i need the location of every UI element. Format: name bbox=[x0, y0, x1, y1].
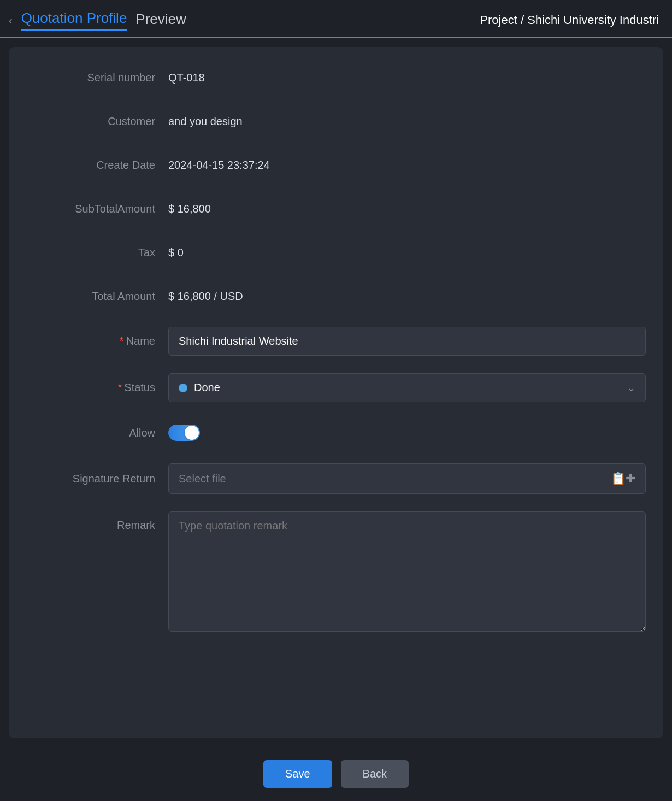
select-file-placeholder: Select file bbox=[179, 473, 226, 485]
allow-label: Allow bbox=[26, 427, 168, 439]
create-date-label: Create Date bbox=[26, 159, 168, 172]
serial-number-row: Serial number QT-018 bbox=[26, 64, 646, 91]
remark-row: Remark bbox=[26, 511, 646, 632]
tax-label: Tax bbox=[26, 246, 168, 259]
serial-number-label: Serial number bbox=[26, 72, 168, 84]
serial-number-value: QT-018 bbox=[168, 72, 205, 84]
name-required-star: * bbox=[120, 335, 124, 347]
back-button-footer[interactable]: Back bbox=[341, 760, 409, 788]
allow-toggle-wrapper bbox=[168, 425, 200, 441]
subtotal-row: SubTotalAmount $ 16,800 bbox=[26, 196, 646, 222]
header-left: ‹ Quotation Profile Preview bbox=[9, 10, 186, 31]
create-date-value: 2024-04-15 23:37:24 bbox=[168, 159, 270, 172]
breadcrumb: Project / Shichi University Industri bbox=[480, 13, 659, 27]
customer-value: and you design bbox=[168, 115, 243, 128]
status-dot-icon bbox=[179, 384, 187, 392]
allow-row: Allow bbox=[26, 420, 646, 446]
tab-quotation-profile[interactable]: Quotation Profile bbox=[21, 10, 127, 31]
total-amount-value: $ 16,800 / USD bbox=[168, 290, 243, 303]
total-amount-label: Total Amount bbox=[26, 290, 168, 303]
signature-return-input-wrapper: Select file 📋✚ bbox=[168, 463, 646, 494]
status-row: *Status Done ⌄ bbox=[26, 373, 646, 402]
tax-value: $ 0 bbox=[168, 246, 184, 259]
create-date-row: Create Date 2024-04-15 23:37:24 bbox=[26, 152, 646, 178]
status-label: *Status bbox=[26, 381, 168, 394]
tax-row: Tax $ 0 bbox=[26, 239, 646, 266]
toggle-knob bbox=[185, 426, 199, 440]
status-required-star: * bbox=[118, 381, 122, 393]
tab-preview[interactable]: Preview bbox=[135, 11, 186, 30]
name-input[interactable] bbox=[168, 327, 646, 356]
customer-row: Customer and you design bbox=[26, 108, 646, 134]
chevron-down-icon: ⌄ bbox=[627, 382, 635, 394]
status-select[interactable]: Done ⌄ bbox=[168, 373, 646, 402]
name-label: *Name bbox=[26, 335, 168, 348]
allow-toggle[interactable] bbox=[168, 425, 200, 441]
subtotal-label: SubTotalAmount bbox=[26, 203, 168, 215]
signature-return-row: Signature Return Select file 📋✚ bbox=[26, 463, 646, 494]
subtotal-value: $ 16,800 bbox=[168, 203, 211, 215]
save-button[interactable]: Save bbox=[263, 760, 332, 788]
signature-return-input[interactable]: Select file 📋✚ bbox=[168, 463, 646, 494]
remark-textarea[interactable] bbox=[168, 511, 646, 632]
back-button[interactable]: ‹ bbox=[9, 15, 13, 26]
total-amount-row: Total Amount $ 16,800 / USD bbox=[26, 283, 646, 309]
footer: Save Back bbox=[0, 747, 672, 801]
status-value: Done bbox=[194, 381, 220, 394]
customer-label: Customer bbox=[26, 115, 168, 128]
status-select-left: Done bbox=[179, 381, 220, 394]
header: ‹ Quotation Profile Preview Project / Sh… bbox=[0, 0, 672, 38]
main-form: Serial number QT-018 Customer and you de… bbox=[9, 47, 663, 738]
file-upload-icon: 📋✚ bbox=[611, 472, 635, 486]
name-row: *Name bbox=[26, 327, 646, 356]
remark-label: Remark bbox=[26, 511, 168, 532]
signature-return-label: Signature Return bbox=[26, 473, 168, 485]
